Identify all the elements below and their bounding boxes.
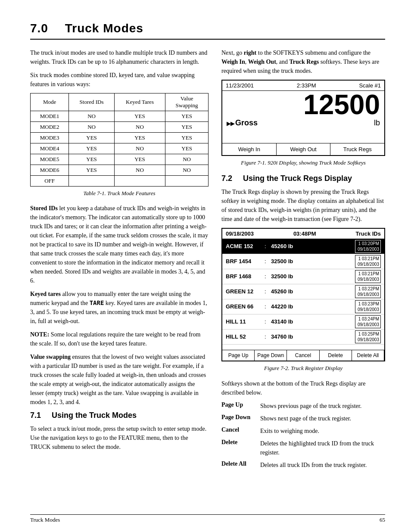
truck-colon: : bbox=[265, 258, 271, 264]
desc-def: Shows previous page of the truck registe… bbox=[260, 401, 385, 411]
keyed-tares-term: Keyed tares bbox=[30, 291, 61, 297]
scale-mode: Gross bbox=[227, 118, 258, 128]
table-cell: NO bbox=[114, 143, 165, 154]
desc-term: Delete All bbox=[221, 460, 260, 470]
truck-id: HILL 11 bbox=[226, 318, 265, 325]
truck-badge: 1 03:24PM09/18/2003 bbox=[355, 315, 381, 328]
truck-colon: : bbox=[265, 243, 271, 249]
table-cell: OFF bbox=[31, 176, 69, 187]
scale-date: 11/23/2001 bbox=[226, 82, 254, 89]
page-title: 7.0 Truck Modes bbox=[30, 22, 385, 40]
intro-para2: Six truck modes combine stored ID, keyed… bbox=[30, 71, 209, 89]
value-swapping-text: ensures that the lowest of two weight va… bbox=[30, 354, 206, 405]
table-caption: Table 7-1. Truck Mode Features bbox=[30, 189, 209, 198]
table-cell: YES bbox=[69, 165, 114, 176]
truck-badge: 1 03:20PM09/18/2003 bbox=[355, 240, 381, 253]
truck-rows: ACME 152:45260 lb1 03:20PM09/18/2003BRF … bbox=[222, 239, 384, 345]
softkey-page-up[interactable]: Page Up bbox=[222, 350, 255, 361]
table-cell: MODE1 bbox=[31, 111, 69, 122]
figure72-caption: Figure 7-2. Truck Register Display bbox=[221, 364, 385, 373]
section72-title: 7.2 Using the Truck Regs Display bbox=[221, 174, 385, 183]
truck-row: ACME 152:45260 lb1 03:20PM09/18/2003 bbox=[222, 239, 384, 254]
desc-def: Shows next page of the truck register. bbox=[260, 414, 385, 423]
table-cell: NO bbox=[69, 111, 114, 122]
truck-row: BRF 1468:32500 lb1 03:21PM09/18/2003 bbox=[222, 269, 384, 284]
softkey-delete[interactable]: Delete bbox=[320, 350, 352, 361]
table-cell: YES bbox=[165, 122, 209, 133]
table-cell: YES bbox=[69, 143, 114, 154]
truck-row: HILL 11:43140 lb1 03:24PM09/18/2003 bbox=[222, 314, 384, 330]
footer-left: Truck Modes bbox=[30, 516, 60, 523]
value-swapping-para: Value swapping ensures that the lowest o… bbox=[30, 352, 209, 407]
desc-row: CancelExits to weighing mode. bbox=[221, 426, 385, 436]
truck-colon: : bbox=[265, 318, 271, 325]
scale-unit: lb bbox=[374, 118, 380, 128]
page-footer: Truck Modes 65 bbox=[30, 514, 385, 523]
note-para: NOTE: Some local regulations require the… bbox=[30, 330, 209, 348]
table-cell: NO bbox=[69, 122, 114, 133]
table-cell: MODE5 bbox=[31, 154, 69, 165]
truck-row: GREEN 66:44220 lb1 03:23PM09/18/2003 bbox=[222, 299, 384, 314]
truck-id: GREEN 66 bbox=[226, 303, 265, 310]
truck-id: HILL 52 bbox=[226, 333, 265, 340]
table-cell: NO bbox=[114, 165, 165, 176]
truck-weight: 44220 lb bbox=[271, 303, 353, 310]
section71-title: 7.1 Using the Truck Modes bbox=[30, 411, 209, 420]
truck-date: 09/18/2003 bbox=[226, 230, 254, 237]
mode-table: Mode Stored IDs Keyed Tares ValueSwappin… bbox=[30, 93, 209, 187]
table-cell: NO bbox=[165, 154, 209, 165]
desc-term: Cancel bbox=[221, 426, 260, 436]
stored-ids-para: Stored IDs let you keep a database of tr… bbox=[30, 204, 209, 285]
note-label: NOTE: bbox=[30, 331, 49, 338]
truck-badge: 1 03:23PM09/18/2003 bbox=[355, 300, 381, 313]
table-cell bbox=[69, 176, 114, 187]
softkey-page-down[interactable]: Page Down bbox=[255, 350, 287, 361]
table-cell: MODE4 bbox=[31, 143, 69, 154]
truck-weight: 32500 lb bbox=[271, 273, 353, 280]
truck-weight: 32500 lb bbox=[271, 258, 353, 264]
truck-weight: 34760 lb bbox=[271, 333, 353, 340]
section71-title-text: Using the Truck Modes bbox=[52, 411, 137, 420]
softkeys-desc-table: Page UpShows previous page of the truck … bbox=[221, 401, 385, 470]
truck-weight: 43140 lb bbox=[271, 318, 353, 325]
scale-display: 11/23/2001 2:33PM Scale #1 12500 Gross l… bbox=[221, 80, 385, 156]
truck-display: 09/18/2003 03:48PM Truck IDs ACME 152:45… bbox=[221, 228, 385, 361]
scale-unit-row: Gross lb bbox=[222, 118, 384, 130]
softkey-cancel[interactable]: Cancel bbox=[287, 350, 319, 361]
truck-colon: : bbox=[265, 303, 271, 310]
truck-header: 09/18/2003 03:48PM Truck IDs bbox=[222, 229, 384, 239]
main-content: The truck in/out modes are used to handl… bbox=[30, 48, 385, 473]
truck-softkeys: Page Up Page Down Cancel Delete Delete A… bbox=[222, 350, 384, 361]
softkey-truck-regs[interactable]: Truck Regs bbox=[330, 143, 384, 155]
col-header-stored: Stored IDs bbox=[69, 93, 114, 111]
softkey-delete-all[interactable]: Delete All bbox=[352, 350, 384, 361]
truck-badge: 1 03:22PM09/18/2003 bbox=[355, 285, 381, 298]
truck-id: BRF 1454 bbox=[226, 258, 265, 264]
scale-weight: 12500 bbox=[222, 91, 384, 118]
intro-para1: The truck in/out modes are used to handl… bbox=[30, 48, 209, 66]
value-swapping-term: Value swapping bbox=[30, 354, 71, 360]
table-cell bbox=[165, 176, 209, 187]
right-column: Next, go right to the SOFTKEYS submenu a… bbox=[221, 48, 385, 473]
stored-ids-term: Stored IDs bbox=[30, 205, 58, 212]
softkey-weigh-in[interactable]: Weigh In bbox=[222, 143, 277, 155]
truck-weight: 45260 lb bbox=[271, 288, 353, 295]
truck-time: 03:48PM bbox=[293, 230, 316, 237]
truck-id: GREEN 12 bbox=[226, 288, 265, 295]
truck-colon: : bbox=[265, 288, 271, 295]
truck-row: GREEN 12:45260 lb1 03:22PM09/18/2003 bbox=[222, 284, 384, 299]
col-header-keyed: Keyed Tares bbox=[114, 93, 165, 111]
table-cell: MODE2 bbox=[31, 122, 69, 133]
desc-row: Page DownShows next page of the truck re… bbox=[221, 414, 385, 423]
col-header-value: ValueSwapping bbox=[165, 93, 209, 111]
section-title-text: Truck Modes bbox=[65, 22, 143, 35]
table-cell: YES bbox=[114, 133, 165, 143]
note-text: Some local regulations require the tare … bbox=[30, 331, 200, 347]
truck-badge: 1 03:21PM09/18/2003 bbox=[355, 270, 381, 283]
scale-time: 2:33PM bbox=[297, 82, 316, 89]
truck-colon: : bbox=[265, 333, 271, 340]
desc-def: Deletes the highlighted truck ID from th… bbox=[260, 439, 385, 457]
desc-row: Page UpShows previous page of the truck … bbox=[221, 401, 385, 411]
softkey-weigh-out[interactable]: Weigh Out bbox=[277, 143, 331, 155]
truck-row: BRF 1454:32500 lb1 03:21PM09/18/2003 bbox=[222, 254, 384, 269]
